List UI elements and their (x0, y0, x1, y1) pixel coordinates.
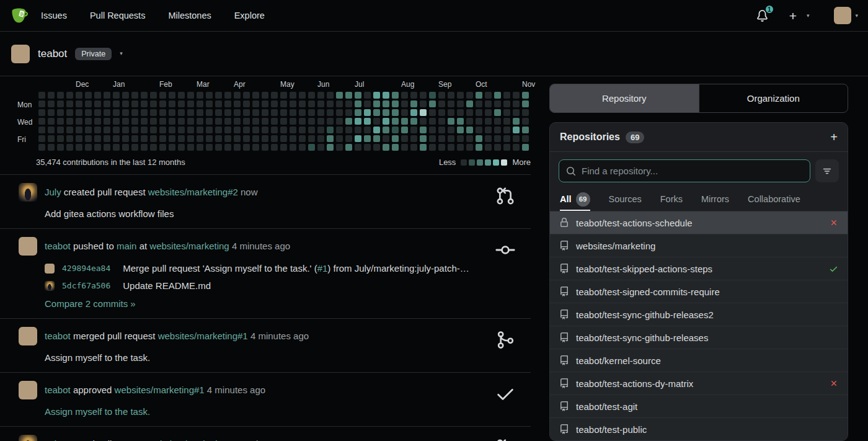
repo-name: teabot/test-public (576, 424, 647, 435)
add-repository-button[interactable]: + (830, 131, 838, 143)
create-new-caret-icon[interactable]: ▾ (807, 13, 810, 19)
commit-sha-link[interactable]: 429894ea84 (62, 264, 110, 273)
july-avatar[interactable] (19, 435, 37, 441)
teabot-avatar[interactable] (19, 381, 37, 399)
teabot-avatar[interactable] (19, 327, 37, 345)
heatmap-cell (476, 127, 482, 133)
navbar-link-pull-requests[interactable]: Pull Requests (90, 11, 145, 20)
heatmap-cell (262, 127, 268, 133)
feed-body[interactable]: Assign myself to the task. (45, 406, 487, 417)
heatmap-cell (113, 127, 120, 133)
view-tab-organization[interactable]: Organization (699, 84, 848, 112)
july-avatar[interactable] (19, 183, 37, 202)
commit-status-failure-icon[interactable] (830, 379, 838, 388)
feed-body: Assign myself to the task. (45, 352, 487, 363)
heatmap-cell (364, 135, 371, 142)
heatmap-month-label: Oct (476, 80, 487, 89)
repo-row-teabot-test-agit[interactable]: teabot/test-agit (550, 394, 848, 417)
heatmap-cell (262, 144, 268, 151)
feed-link[interactable]: July (45, 187, 61, 197)
heatmap-cell (317, 100, 324, 107)
org-dropdown-caret-icon[interactable]: ▾ (120, 51, 123, 56)
repo-tab-all[interactable]: All69 (560, 189, 590, 211)
heatmap-cell (178, 109, 185, 116)
heatmap-cell (299, 144, 306, 151)
heatmap-cell (485, 109, 492, 116)
feed-link[interactable]: websites/marketing#1 (148, 439, 238, 441)
heatmap-cell (364, 144, 371, 151)
view-tab-repository[interactable]: Repository (550, 84, 699, 112)
navbar-link-explore[interactable]: Explore (234, 11, 265, 20)
navbar-link-issues[interactable]: Issues (41, 11, 67, 20)
commit-status-success-icon[interactable] (829, 264, 838, 274)
heatmap-cell (104, 109, 110, 116)
feed-link[interactable]: #1 (317, 263, 328, 274)
repo-row-teabot-test-actions-dy-matrix[interactable]: teabot/test-actions-dy-matrix (550, 372, 848, 394)
july-avatar[interactable] (45, 281, 55, 291)
heatmap-cell (197, 118, 203, 125)
heatmap-cell (76, 144, 82, 151)
heatmap-cell (327, 118, 334, 125)
compare-commits-link[interactable]: Compare 2 commits » (45, 298, 136, 309)
org-avatar[interactable] (11, 45, 30, 63)
heatmap-cell (271, 135, 278, 142)
heatmap-cell (392, 144, 399, 151)
heatmap-cell (392, 100, 399, 107)
repo-tab-collaborative[interactable]: Collaborative (748, 189, 800, 211)
heatmap-cell (215, 118, 222, 125)
teabot-avatar[interactable] (45, 264, 55, 274)
notifications-button[interactable]: 1 (755, 7, 771, 24)
repo-tab-sources[interactable]: Sources (609, 189, 642, 211)
commit-message: Update README.md (123, 280, 211, 291)
heatmap-cell (457, 92, 464, 99)
feed-text: approved (71, 385, 115, 395)
heatmap-cell (48, 92, 55, 99)
repo-row-teabot-test-signed-commits-require[interactable]: teabot/test-signed-commits-require (550, 280, 848, 303)
navbar-link-milestones[interactable]: Milestones (168, 11, 211, 20)
repo-row-teabot-test-skipped-actions-steps[interactable]: teabot/test-skipped-actions-steps (550, 257, 848, 280)
heatmap-cell (234, 109, 241, 116)
heatmap-cell (485, 118, 492, 125)
heatmap-cell (215, 135, 222, 142)
feed-link[interactable]: teabot (45, 385, 71, 395)
heatmap-cell (466, 100, 473, 107)
repo-row-teabot-kernel-source[interactable]: teabot/kernel-source (550, 349, 848, 372)
feed-link[interactable]: websites/marketing#1 (158, 331, 248, 341)
feed-link[interactable]: July (45, 439, 61, 441)
repo-tab-forks[interactable]: Forks (660, 189, 683, 211)
heatmap-cell (448, 127, 454, 133)
repo-row-teabot-test-sync-github-releases[interactable]: teabot/test-sync-github-releases (550, 326, 848, 349)
heatmap-cell (66, 118, 73, 125)
create-new-button[interactable]: + (788, 9, 798, 22)
user-avatar[interactable] (834, 7, 851, 24)
feed-link[interactable]: websites/marketing (149, 241, 229, 251)
repo-filter-button[interactable] (815, 159, 839, 182)
repo-row-teabot-test-public[interactable]: teabot/test-public (550, 417, 848, 440)
repo-row-websites-marketing[interactable]: websites/marketing (550, 234, 848, 257)
repo-search-input[interactable] (582, 166, 803, 176)
heatmap-cell (327, 109, 334, 116)
heatmap-cell (392, 127, 399, 133)
heatmap-cell (401, 127, 408, 133)
gitea-cup-logo[interactable] (9, 5, 30, 26)
commit-status-failure-icon[interactable] (830, 218, 838, 227)
commit-sha-link[interactable]: 5dcf67a506 (62, 281, 110, 290)
repo-row-teabot-test-sync-github-releases2[interactable]: teabot/test-sync-github-releases2 (550, 303, 848, 326)
repo-tab-mirrors[interactable]: Mirrors (701, 189, 729, 211)
feed-link[interactable]: teabot (45, 331, 71, 341)
repo-icon (559, 355, 569, 365)
user-menu-caret-icon[interactable]: ▾ (855, 13, 858, 19)
heatmap-cell (494, 92, 501, 99)
heatmap-cell (429, 92, 436, 99)
feed-link[interactable]: websites/marketing#2 (148, 187, 238, 197)
heatmap-cell (308, 118, 315, 125)
repo-row-teabot-test-actions-schedule[interactable]: teabot/test-actions-schedule (550, 211, 848, 234)
heatmap-cell (373, 135, 380, 142)
feed-link[interactable]: teabot (45, 241, 71, 251)
heatmap-cell (178, 135, 185, 142)
feed-link[interactable]: main (117, 241, 137, 251)
heatmap-cell (420, 118, 427, 125)
feed-link[interactable]: websites/marketing#1 (115, 385, 205, 395)
teabot-avatar[interactable] (19, 237, 37, 256)
heatmap-cell (485, 127, 492, 133)
